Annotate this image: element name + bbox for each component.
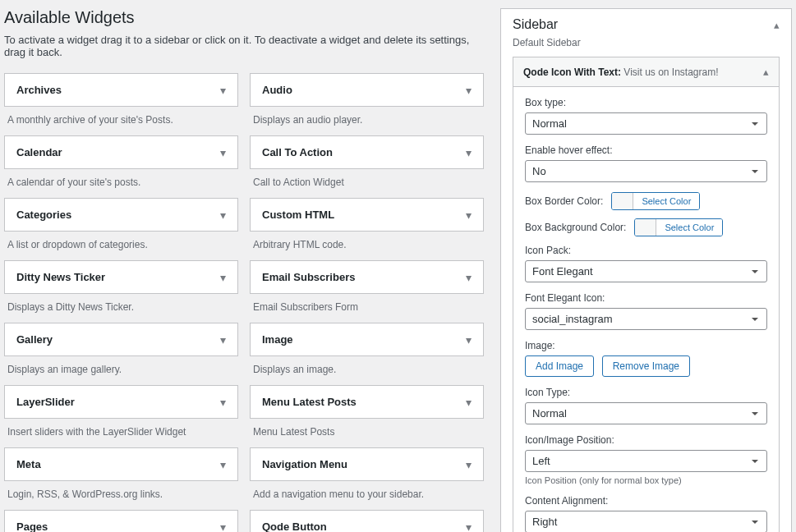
- bg-color-label: Box Background Color:: [525, 222, 626, 233]
- widget-item[interactable]: Meta▾: [4, 447, 238, 481]
- widget-description: Email Subscribers Form: [250, 294, 484, 323]
- box-type-select[interactable]: Normal: [525, 112, 767, 135]
- color-swatch: [635, 219, 656, 236]
- widget-title: Call To Action: [262, 146, 333, 158]
- font-elegant-label: Font Elegant Icon:: [525, 292, 767, 304]
- widget-title: Navigation Menu: [262, 458, 347, 470]
- widget-title: Calendar: [16, 146, 62, 158]
- widget-description: A list or dropdown of categories.: [4, 232, 238, 260]
- widget-item[interactable]: Call To Action▾: [250, 135, 484, 169]
- sidebar-header[interactable]: Sidebar ▴: [501, 9, 791, 37]
- page-description: To activate a widget drag it to a sideba…: [4, 34, 484, 58]
- widget-title: Gallery: [16, 333, 53, 346]
- remove-image-button[interactable]: Remove Image: [602, 355, 690, 377]
- hover-select[interactable]: No: [525, 160, 767, 182]
- widget-description: Call to Action Widget: [250, 169, 484, 198]
- widget-item[interactable]: Calendar▾: [4, 135, 238, 169]
- widget-description: Insert sliders with the LayerSlider Widg…: [4, 419, 238, 447]
- icon-type-label: Icon Type:: [525, 387, 767, 398]
- widget-name: Qode Icon With Text:: [523, 66, 621, 78]
- widget-item[interactable]: Pages▾: [4, 510, 238, 532]
- chevron-down-icon: ▾: [220, 521, 226, 533]
- icon-position-help: Icon Position (only for normal box type): [525, 475, 767, 485]
- font-elegant-select[interactable]: social_instagram: [525, 308, 767, 330]
- chevron-down-icon: ▾: [466, 334, 472, 346]
- chevron-down-icon: ▾: [466, 272, 472, 283]
- chevron-down-icon: ▾: [220, 147, 226, 158]
- icon-pack-select[interactable]: Font Elegant: [525, 260, 767, 282]
- chevron-down-icon: ▾: [466, 397, 472, 408]
- widget-item[interactable]: Email Subscribers▾: [250, 260, 484, 294]
- widget-description: Displays an image gallery.: [4, 356, 238, 385]
- widget-title: Pages: [16, 521, 48, 532]
- widget-title: Qode Button: [262, 521, 327, 532]
- widget-item[interactable]: Gallery▾: [4, 323, 238, 356]
- box-type-label: Box type:: [525, 97, 767, 108]
- icon-pack-label: Icon Pack:: [525, 245, 767, 256]
- caret-up-icon: ▴: [774, 19, 780, 31]
- hover-label: Enable hover effect:: [525, 144, 767, 156]
- widget-instance-title: Visit us on Instagram!: [623, 66, 718, 78]
- widget-item[interactable]: Qode Button▾: [250, 510, 484, 532]
- available-widgets-panel: Available Widgets To activate a widget d…: [0, 0, 484, 532]
- widget-description: Arbitrary HTML code.: [250, 232, 484, 260]
- widget-item[interactable]: Menu Latest Posts▾: [250, 385, 484, 419]
- widget-item[interactable]: Archives▾: [4, 73, 238, 107]
- add-image-button[interactable]: Add Image: [525, 355, 594, 377]
- widget-title: LayerSlider: [16, 396, 75, 408]
- widget-item[interactable]: Ditty News Ticker▾: [4, 260, 238, 294]
- image-label: Image:: [525, 340, 767, 351]
- chevron-down-icon: ▾: [466, 521, 472, 533]
- widget-title: Audio: [262, 84, 292, 96]
- caret-up-icon: ▴: [763, 66, 769, 78]
- icon-position-label: Icon/Image Position:: [525, 434, 767, 446]
- widget-title: Email Subscribers: [262, 271, 355, 283]
- widget-description: Login, RSS, & WordPress.org links.: [4, 481, 238, 510]
- widget-title: Categories: [16, 209, 71, 221]
- widget-title: Custom HTML: [262, 209, 334, 221]
- chevron-down-icon: ▾: [466, 147, 472, 158]
- chevron-down-icon: ▾: [220, 209, 226, 221]
- icon-position-select[interactable]: Left: [525, 450, 767, 472]
- chevron-down-icon: ▾: [220, 459, 226, 470]
- chevron-down-icon: ▾: [220, 397, 226, 408]
- widget-item[interactable]: Categories▾: [4, 198, 238, 232]
- widget-description: Menu Latest Posts: [250, 419, 484, 447]
- chevron-down-icon: ▾: [466, 85, 472, 96]
- widget-item[interactable]: LayerSlider▾: [4, 385, 238, 419]
- bg-color-button[interactable]: Select Color: [634, 218, 723, 236]
- chevron-down-icon: ▾: [466, 459, 472, 470]
- widget-description: Displays an audio player.: [250, 107, 484, 135]
- chevron-down-icon: ▾: [466, 209, 472, 221]
- chevron-down-icon: ▾: [220, 85, 226, 96]
- border-color-label: Box Border Color:: [525, 195, 603, 207]
- chevron-down-icon: ▾: [220, 272, 226, 283]
- widget-item[interactable]: Custom HTML▾: [250, 198, 484, 232]
- widget-item[interactable]: Audio▾: [250, 73, 484, 107]
- widget-item[interactable]: Navigation Menu▾: [250, 447, 484, 481]
- page-title: Available Widgets: [4, 8, 484, 27]
- widget-title: Archives: [16, 84, 62, 96]
- content-align-label: Content Alignment:: [525, 495, 767, 507]
- widget-title: Meta: [16, 458, 41, 470]
- widget-title: Menu Latest Posts: [262, 396, 357, 408]
- widget-description: Add a navigation menu to your sidebar.: [250, 481, 484, 510]
- icon-type-select[interactable]: Normal: [525, 402, 767, 424]
- sidebar-subtitle: Default Sidebar: [501, 37, 791, 57]
- border-color-button[interactable]: Select Color: [611, 192, 700, 210]
- sidebar-title: Sidebar: [513, 17, 558, 32]
- sidebar-panel: Sidebar ▴ Default Sidebar Qode Icon With…: [500, 0, 796, 532]
- widget-description: A monthly archive of your site's Posts.: [4, 107, 238, 135]
- widget-description: Displays a Ditty News Ticker.: [4, 294, 238, 323]
- widget-form: Box type: Normal Enable hover effect: No…: [513, 87, 779, 532]
- widget-instance: Qode Icon With Text: Visit us on Instagr…: [513, 57, 780, 532]
- widget-instance-header[interactable]: Qode Icon With Text: Visit us on Instagr…: [513, 57, 779, 87]
- widget-title: Image: [262, 333, 293, 346]
- content-align-select[interactable]: Right: [525, 511, 767, 532]
- chevron-down-icon: ▾: [220, 334, 226, 346]
- widget-title: Ditty News Ticker: [16, 271, 105, 283]
- widget-description: Displays an image.: [250, 356, 484, 385]
- widget-item[interactable]: Image▾: [250, 323, 484, 356]
- color-swatch: [612, 193, 633, 209]
- widget-description: A calendar of your site's posts.: [4, 169, 238, 198]
